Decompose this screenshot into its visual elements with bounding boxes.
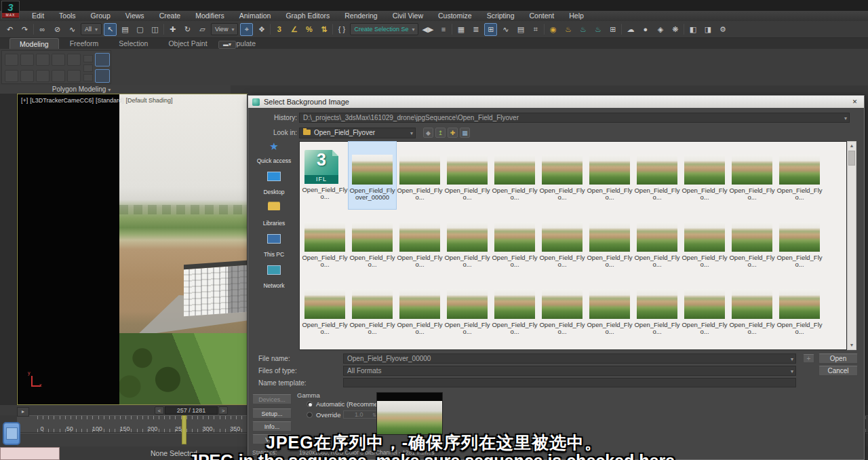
file-item[interactable]: Open_Field_Flyo... bbox=[776, 276, 823, 343]
file-item[interactable]: Open_Field_Flyo... bbox=[538, 209, 586, 276]
file-item[interactable]: Open_Field_Flyo... bbox=[443, 276, 491, 343]
place-network[interactable]: Network bbox=[250, 265, 298, 290]
open-button[interactable]: Open bbox=[818, 353, 858, 364]
menu-item[interactable]: Views bbox=[118, 11, 152, 21]
ribbon-tab[interactable]: Selection bbox=[109, 38, 157, 49]
ribbon-button[interactable] bbox=[67, 70, 81, 82]
info-button[interactable]: Info... bbox=[252, 421, 292, 432]
layer-manager-icon[interactable]: ▦ bbox=[454, 23, 467, 36]
file-item[interactable]: Open_Field_Flyo... bbox=[728, 276, 776, 343]
select-and-rotate-icon[interactable]: ↻ bbox=[181, 23, 194, 36]
file-item[interactable]: Open_Field_Flyo... bbox=[301, 276, 349, 343]
viewport-label-segment[interactable]: [Default Shading] bbox=[126, 97, 173, 104]
place-libraries[interactable]: Libraries bbox=[250, 203, 298, 228]
civil-view-icon[interactable]: ❋ bbox=[669, 23, 682, 36]
ribbon-button[interactable] bbox=[5, 70, 18, 82]
create-new-folder-icon[interactable]: ✚ bbox=[448, 128, 458, 138]
file-item[interactable]: Open_Field_Flyo... bbox=[491, 276, 538, 343]
display-ribbon-icon[interactable]: ⊞ bbox=[484, 23, 497, 36]
isolate-selection-icon[interactable]: ◧ bbox=[686, 23, 699, 36]
previous-frame-button[interactable]: < bbox=[155, 406, 164, 415]
ribbon-mini-button[interactable] bbox=[83, 55, 93, 62]
place-quick-access[interactable]: Quick access bbox=[250, 140, 298, 166]
menu-item[interactable]: Group bbox=[83, 11, 118, 21]
material-editor-icon[interactable]: ◉ bbox=[547, 23, 559, 36]
file-item[interactable]: Open_Field_Flyo... bbox=[443, 209, 491, 276]
file-item[interactable]: Open_Field_Flyo... bbox=[538, 142, 586, 209]
file-item[interactable]: Open_Field_Flyo... bbox=[396, 276, 443, 343]
ribbon-config-dropdown[interactable]: ▬▾ bbox=[218, 41, 236, 49]
settings-gear-icon[interactable]: ⚙ bbox=[716, 23, 729, 36]
menu-item[interactable]: Customize bbox=[431, 11, 479, 21]
spinner-snap-icon[interactable]: ⇅ bbox=[317, 23, 330, 36]
align-icon[interactable]: ≡ bbox=[437, 23, 450, 36]
file-item[interactable]: Open_Field_Flyo... bbox=[586, 209, 633, 276]
lookin-dropdown[interactable]: Open_Field_Flyover ▾ bbox=[299, 128, 416, 138]
menu-item[interactable]: Animation bbox=[232, 11, 279, 21]
3ds-max-logo-icon[interactable]: 3 MAX bbox=[1, 1, 20, 19]
ribbon-tab[interactable]: Freeform bbox=[60, 38, 108, 49]
ribbon-button[interactable] bbox=[36, 54, 50, 66]
menu-item[interactable]: Modifiers bbox=[188, 11, 232, 21]
next-frame-button[interactable]: > bbox=[218, 406, 228, 415]
render-production-icon[interactable]: ♨ bbox=[591, 23, 604, 36]
file-item[interactable]: Open_Field_Flyo... bbox=[396, 142, 443, 209]
file-item[interactable]: Open_Field_Flyo... bbox=[776, 142, 823, 209]
cancel-button[interactable]: Cancel bbox=[818, 366, 858, 376]
unlink-selection-icon[interactable]: ⊘ bbox=[51, 23, 64, 36]
render-in-cloud-icon[interactable]: ☁ bbox=[624, 23, 637, 36]
dialog-close-button[interactable]: ✕ bbox=[850, 98, 860, 106]
angle-snap-icon[interactable]: ∠ bbox=[288, 23, 300, 36]
file-item[interactable]: Open_Field_Flyo... bbox=[681, 209, 728, 276]
place-desktop[interactable]: Desktop bbox=[250, 172, 298, 197]
snaps-toggle-icon[interactable]: 3 bbox=[273, 23, 285, 36]
file-item[interactable]: Open_Field_Flyo... bbox=[633, 209, 681, 276]
file-name-input[interactable]: Open_Field_Flyover_00000 ▾ bbox=[343, 353, 796, 364]
scene-explorer-icon[interactable]: ≣ bbox=[469, 23, 482, 36]
file-item[interactable]: Open_Field_Flyo... bbox=[396, 209, 443, 276]
dialog-title-bar[interactable]: Select Background Image bbox=[248, 96, 864, 108]
bind-to-space-warp-icon[interactable]: ∿ bbox=[66, 23, 79, 36]
select-by-name-icon[interactable]: ▤ bbox=[119, 23, 132, 36]
render-setup-icon[interactable]: ♨ bbox=[561, 23, 574, 36]
file-item[interactable]: Open_Field_Flyo... bbox=[349, 209, 396, 276]
file-list[interactable]: 3 IFL Open_Field_Flyo... bbox=[299, 141, 847, 350]
gamma-override-spinner[interactable]: 1.0 ⇅ bbox=[343, 410, 378, 419]
file-item[interactable]: Open_Field_Flyo... bbox=[491, 209, 538, 276]
file-item[interactable]: Open_Field_Flyo... bbox=[349, 276, 396, 343]
camera-viewport[interactable]: [+][L3DTrackerCameCC6][Standard][Default… bbox=[17, 94, 248, 405]
history-dropdown[interactable]: D:\_projects\_3dsMax\161029_drone\jpgSeq… bbox=[299, 113, 850, 123]
file-item[interactable]: Open_Field_Flyo... bbox=[491, 142, 538, 209]
file-item[interactable]: Open_Field_Flyo... bbox=[681, 276, 728, 343]
file-item[interactable]: Open_Field_Flyo... bbox=[586, 276, 633, 343]
window-crossing-icon[interactable]: ◫ bbox=[149, 23, 161, 36]
scroll-down-icon[interactable]: ▼ bbox=[848, 341, 856, 349]
display-toggle-icon[interactable]: ◨ bbox=[701, 23, 714, 36]
undo-icon[interactable]: ↶ bbox=[3, 23, 16, 36]
ribbon-mini-button[interactable] bbox=[83, 64, 93, 72]
ribbon-mini-button[interactable] bbox=[83, 74, 93, 81]
ribbon-button[interactable] bbox=[52, 70, 65, 82]
ribbon-button[interactable] bbox=[5, 54, 18, 66]
ribbon-tab[interactable]: Object Paint bbox=[159, 38, 216, 49]
add-path-button[interactable]: + bbox=[803, 354, 814, 363]
mini-curve-editor-button[interactable]: ▸ bbox=[17, 407, 29, 417]
menu-item[interactable]: Rendering bbox=[337, 11, 384, 21]
redo-icon[interactable]: ↷ bbox=[18, 23, 31, 36]
file-item[interactable]: Open_Field_Flyo... bbox=[633, 276, 681, 343]
menu-item[interactable]: Tools bbox=[52, 11, 83, 21]
file-item[interactable]: Open_Field_Flyo... bbox=[633, 142, 681, 209]
file-item[interactable]: Open_Field_Flyo... bbox=[728, 209, 776, 276]
3d-building-model[interactable] bbox=[184, 261, 247, 317]
dope-sheet-icon[interactable]: ▤ bbox=[514, 23, 527, 36]
viewport-label-segment[interactable]: [L3DTrackerCameCC6] bbox=[30, 97, 94, 104]
view-menu-icon[interactable]: ▦ bbox=[460, 128, 470, 138]
place-this-pc[interactable]: This PC bbox=[250, 234, 298, 259]
menu-item[interactable]: Help bbox=[561, 11, 591, 21]
menu-item[interactable]: Civil View bbox=[385, 11, 431, 21]
file-list-scrollbar[interactable]: ▲ ▼ bbox=[847, 141, 856, 350]
reference-coordinate-dropdown[interactable]: View▾ bbox=[211, 23, 238, 35]
file-item[interactable]: Open_Field_Flyo... bbox=[728, 142, 776, 209]
frame-counter[interactable]: 257 / 1281 bbox=[165, 406, 218, 415]
file-item[interactable]: Open_Field_Flyo... bbox=[586, 142, 633, 209]
